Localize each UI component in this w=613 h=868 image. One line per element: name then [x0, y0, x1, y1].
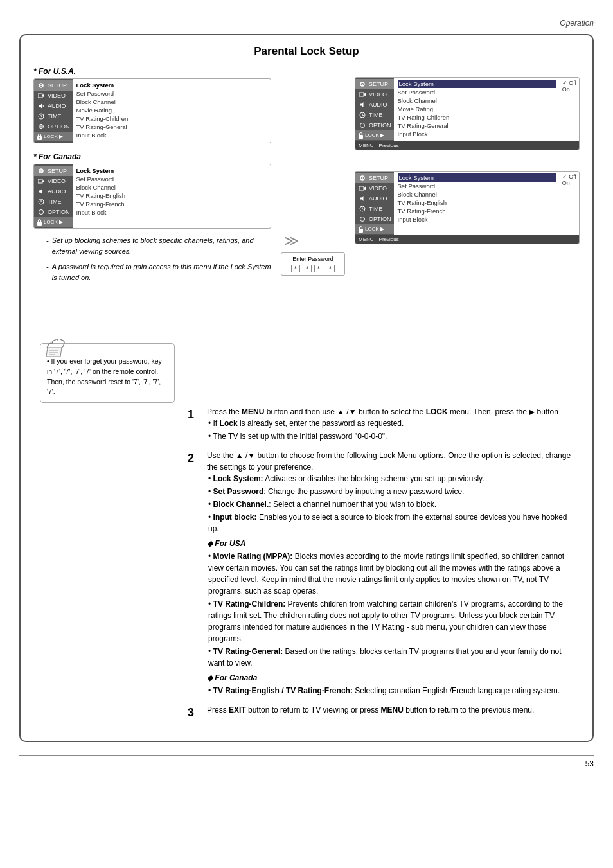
bottom-section: 1 Press the MENU button and then use ▲ /…: [33, 406, 580, 728]
svg-rect-20: [37, 222, 42, 226]
r-menu-input-block: Input Block: [398, 130, 556, 138]
menu-lock-system: Lock System: [76, 81, 267, 89]
step-1: 1 Press the MENU button and then use ▲ /…: [188, 406, 580, 443]
lock-off-value: ✓ Off: [562, 80, 576, 86]
r-menu-tv-general: TV Rating-General: [398, 121, 556, 130]
lock-on-value: On: [562, 86, 576, 93]
r-menu-tv-children: TV Rating-Children: [398, 113, 556, 121]
cr-menu-input-block: Input Block: [398, 215, 556, 224]
ca-setup-icon: [37, 168, 46, 174]
cr-sidebar-lock: LOCK ▶: [355, 224, 394, 234]
r-sidebar-time: TIME: [355, 110, 394, 120]
ca-menu-btn: MENU: [359, 236, 374, 242]
step-2-bullets: • Lock System: Activates or disables the…: [208, 473, 580, 535]
sidebar-setup: SETUP: [34, 80, 73, 91]
usa-b2-text: • TV Rating-Children: Prevents children …: [208, 598, 580, 644]
svg-rect-32: [359, 135, 363, 139]
step-3: 3 Press EXIT button to return to TV view…: [188, 704, 580, 722]
step-2-num: 2: [188, 450, 200, 698]
usa-right-bottom-bar: MENU Previous: [355, 141, 579, 150]
cr-menu-block-channel: Block Channel: [398, 190, 556, 199]
cr-time-icon: [358, 206, 367, 212]
ca-menu-lock-system: Lock System: [76, 166, 267, 175]
menu-block-channel: Block Channel: [76, 98, 267, 106]
left-column: * For U.S.A. SETUP: [33, 67, 271, 403]
page-number: 53: [585, 759, 594, 768]
svg-line-39: [362, 209, 364, 209]
svg-point-1: [40, 85, 42, 86]
usa-left-content: Lock System Set Password Block Channel M…: [73, 79, 271, 143]
for-canada-label: ◆ For Canada: [207, 672, 257, 684]
dot-2: *: [303, 265, 312, 272]
previous-btn: Previous: [379, 143, 399, 148]
step-1-text: Press the MENU button and then use ▲ /▼ …: [207, 406, 580, 418]
for-usa-label: ◆ For USA: [207, 538, 245, 549]
r-menu-block-channel: Block Channel: [398, 96, 556, 105]
ca-lock-on-value: On: [562, 180, 576, 186]
canada-right-values: ✓ Off On: [560, 172, 579, 235]
menu-input-block: Input Block: [76, 131, 267, 139]
step-2: 2 Use the ▲ /▼ button to choose from the…: [188, 450, 580, 698]
cr-menu-tv-english: TV Rating-English: [398, 199, 556, 207]
svg-rect-14: [38, 179, 42, 183]
usa-menu-right-panel: SETUP VIDEO: [355, 77, 580, 150]
video-icon: [37, 93, 46, 99]
ca-menu-input-block: Input Block: [76, 208, 267, 217]
svg-line-30: [362, 115, 364, 116]
password-dots: * * * *: [287, 265, 339, 272]
bottom-left-space: [33, 406, 175, 728]
sidebar-video: VIDEO: [34, 91, 73, 101]
menu-movie-rating: Movie Rating: [76, 106, 267, 114]
ca-sidebar-setup: SETUP: [34, 166, 73, 176]
page-container: Operation Parental Lock Setup * For U.S.…: [0, 0, 613, 868]
desc-item-2: - A password is required to gain access …: [46, 261, 271, 283]
desc-item-1: - Set up blocking schemes to block speci…: [46, 235, 271, 256]
cr-menu-set-password: Set Password: [398, 182, 556, 190]
ca-menu-block-channel: Block Channel: [76, 183, 267, 191]
cr-sidebar-option: OPTION: [355, 214, 394, 224]
canada-left-sidebar: SETUP VIDEO AUDIO: [34, 164, 73, 228]
usa-right-values: ✓ Off On: [560, 78, 579, 141]
dot-4: *: [326, 265, 335, 272]
setup-icon: [37, 82, 46, 89]
canada-bullet-1: • TV Rating-English / TV Rating-French: …: [208, 685, 580, 696]
canada-bullets: • TV Rating-English / TV Rating-French: …: [208, 685, 580, 696]
upper-section: * For U.S.A. SETUP: [33, 67, 580, 403]
r-sidebar-setup: SETUP: [355, 79, 394, 89]
step-2-b3-text: • Block Channel.: Select a channel numbe…: [208, 499, 436, 510]
option-icon: [37, 123, 46, 130]
step-1-bullet-1: • If Lock is already set, enter the pass…: [208, 418, 580, 429]
svg-point-11: [39, 137, 40, 139]
step-1-bullet-2-text: • The TV is set up with the initial pass…: [208, 430, 387, 442]
svg-point-25: [362, 84, 363, 85]
ca-menu-tv-french: TV Rating-French: [76, 200, 267, 208]
ca-menu-set-password: Set Password: [76, 175, 267, 183]
step-2-bullet-4: • Input block: Enables you to select a s…: [208, 511, 580, 535]
step-3-text: Press EXIT button to return to TV viewin…: [207, 704, 580, 716]
arrow-right: ≫: [281, 233, 345, 249]
svg-line-6: [41, 116, 42, 117]
r-menu-movie-rating: Movie Rating: [398, 105, 556, 113]
cr-sidebar-video: VIDEO: [355, 183, 394, 193]
r-sidebar-video: VIDEO: [355, 89, 394, 100]
step-1-num: 1: [188, 406, 200, 443]
canada-menu-left-panel: SETUP VIDEO AUDIO: [33, 164, 271, 229]
ca-previous-btn: Previous: [379, 236, 399, 242]
sidebar-time: TIME: [34, 111, 73, 121]
ca-option-icon: [37, 209, 46, 215]
enter-password-label: Enter Password: [287, 256, 339, 262]
desc-section: - Set up blocking schemes to block speci…: [33, 229, 271, 292]
svg-rect-35: [359, 186, 364, 190]
step-2-bullet-1: • Lock System: Activates or disables the…: [208, 473, 580, 484]
r-sidebar-option: OPTION: [355, 120, 394, 130]
r-menu-set-password: Set Password: [398, 88, 556, 96]
usa-left-sidebar: SETUP VIDEO AUDIO: [34, 79, 73, 143]
cr-menu-tv-french: TV Rating-French: [398, 207, 556, 215]
step-2-bullet-3: • Block Channel.: Select a channel numbe…: [208, 499, 580, 510]
cr-audio-icon: [358, 195, 367, 202]
desc-text-2: A password is required to gain access to…: [52, 261, 271, 283]
r-option-icon: [358, 122, 367, 128]
main-title: Parental Lock Setup: [33, 45, 580, 58]
r-menu-lock-system: Lock System: [398, 80, 556, 88]
usa-b1-text: • Movie Rating (MPPA): Blocks movies acc…: [208, 551, 580, 597]
